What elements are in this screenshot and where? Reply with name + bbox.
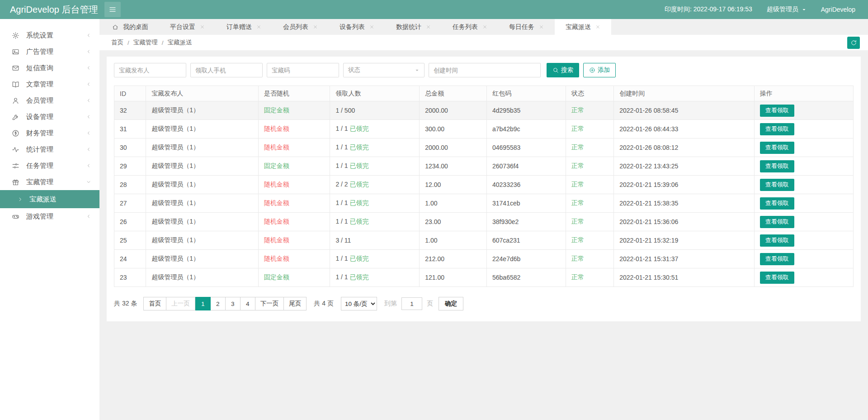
status-select[interactable]: 状态 (343, 63, 425, 77)
cell-created: 2022-01-21 15:38:35 (614, 194, 755, 213)
add-button[interactable]: 添加 (583, 63, 616, 77)
view-claims-button[interactable]: 查看领取 (760, 105, 794, 117)
page-button-2[interactable]: 2 (210, 297, 226, 310)
tab-platform-settings[interactable]: 平台设置 (159, 19, 216, 35)
table-row: 31超级管理员（1）随机金额1 / 1 已领完300.00a7b42b9c正常2… (114, 120, 854, 138)
chevron-left-icon (86, 163, 91, 168)
close-icon[interactable] (482, 24, 487, 29)
close-icon[interactable] (313, 24, 318, 29)
cell-status: 正常 (566, 176, 613, 194)
data-table: ID宝藏发布人是否随机领取人数总金额红包码状态创建时间操作 32超级管理员（1）… (114, 86, 854, 287)
view-claims-button[interactable]: 查看领取 (760, 234, 794, 247)
tab-my-desktop[interactable]: 我的桌面 (101, 19, 159, 35)
sidebar-item-sms-query[interactable]: 短信查询 (0, 60, 99, 76)
refresh-button[interactable] (847, 37, 860, 49)
sidebar-item-label: 统计管理 (26, 145, 53, 154)
cell-id: 27 (114, 194, 146, 213)
view-claims-button[interactable]: 查看领取 (760, 160, 794, 172)
page-button-4[interactable]: 4 (240, 297, 255, 310)
tab-treasure-delivery[interactable]: 宝藏派送 (555, 19, 611, 35)
first-page-button[interactable]: 首页 (143, 297, 166, 310)
view-claims-button[interactable]: 查看领取 (760, 216, 794, 228)
sidebar-item-treasure-management[interactable]: 宝藏管理 (0, 174, 99, 190)
publisher-filter-input[interactable] (114, 63, 186, 77)
page-button-1[interactable]: 1 (195, 297, 211, 310)
sidebar-item-member-management[interactable]: 会员管理 (0, 92, 99, 109)
brand-link[interactable]: AgriDevelop (821, 6, 855, 13)
close-icon[interactable] (595, 24, 600, 29)
chevron-left-icon (86, 81, 91, 87)
sidebar-item-article-management[interactable]: 文章管理 (0, 76, 99, 92)
cell-id: 29 (114, 157, 146, 176)
cell-random: 固定金额 (258, 101, 330, 120)
table-row: 25超级管理员（1）随机金额3 / 111.00607ca231正常2022-0… (114, 231, 854, 250)
image-icon (12, 48, 19, 56)
menu-toggle-button[interactable] (104, 2, 121, 17)
cell-claims: 2 / 2 已领完 (330, 176, 420, 194)
sidebar-item-device-management[interactable]: 设备管理 (0, 109, 99, 125)
goto-page-input[interactable] (401, 297, 422, 310)
activity-icon (12, 146, 19, 153)
created-time-filter-input[interactable] (429, 63, 541, 77)
sidebar-item-finance-management[interactable]: 财务管理 (0, 125, 99, 141)
search-button[interactable]: 搜索 (547, 63, 579, 77)
tab-task-list[interactable]: 任务列表 (442, 19, 498, 35)
breadcrumb-item[interactable]: 首页 (111, 38, 123, 47)
page-button-group: 首页 上一页 1234 下一页 尾页 (143, 297, 307, 310)
dollar-icon (12, 129, 19, 137)
prev-page-button[interactable]: 上一页 (166, 297, 195, 310)
search-icon (552, 67, 559, 73)
confirm-button[interactable]: 确定 (439, 297, 463, 310)
close-icon[interactable] (200, 24, 205, 29)
next-page-button[interactable]: 下一页 (255, 297, 284, 310)
view-claims-button[interactable]: 查看领取 (760, 272, 794, 284)
close-icon[interactable] (369, 24, 374, 29)
breadcrumb-item[interactable]: 宝藏派送 (168, 38, 192, 47)
tab-device-list[interactable]: 设备列表 (329, 19, 385, 35)
cell-id: 23 (114, 268, 146, 287)
sidebar-item-label: 文章管理 (26, 80, 53, 89)
page-size-select[interactable]: 10 条/页 (341, 297, 377, 310)
view-claims-button[interactable]: 查看领取 (760, 253, 794, 265)
tab-order-gift[interactable]: 订单赠送 (216, 19, 272, 35)
sidebar-item-system-settings[interactable]: 系统设置 (0, 27, 99, 43)
table-header-row: ID宝藏发布人是否随机领取人数总金额红包码状态创建时间操作 (114, 86, 854, 101)
column-header: 总金额 (420, 86, 487, 101)
sidebar-item-label: 财务管理 (26, 129, 53, 138)
cell-amount: 12.00 (420, 176, 487, 194)
breadcrumb-bar: 首页/宝藏管理/宝藏派送 (99, 35, 868, 50)
tools-icon (12, 113, 19, 121)
close-icon[interactable] (426, 24, 431, 29)
view-claims-button[interactable]: 查看领取 (760, 142, 794, 154)
sidebar-item-game-management[interactable]: 游戏管理 (0, 208, 99, 224)
close-icon[interactable] (256, 24, 261, 29)
pagination: 共 32 条 首页 上一页 1234 下一页 尾页 共 4 页 10 条/页 到… (114, 297, 854, 310)
topbar-right: 印度时间: 2022-09-17 06:19:53 超级管理员 AgriDeve… (665, 5, 868, 14)
breadcrumb-item[interactable]: 宝藏管理 (133, 38, 158, 47)
sidebar-item-label: 游戏管理 (26, 212, 53, 221)
cell-publisher: 超级管理员（1） (146, 176, 259, 194)
tab-data-stats[interactable]: 数据统计 (385, 19, 442, 35)
tab-member-list[interactable]: 会员列表 (272, 19, 329, 35)
sidebar-item-ad-management[interactable]: 广告管理 (0, 43, 99, 60)
cell-id: 31 (114, 120, 146, 138)
claimer-phone-filter-input[interactable] (190, 63, 263, 77)
page-button-3[interactable]: 3 (225, 297, 241, 310)
cell-random: 随机金额 (258, 120, 330, 138)
view-claims-button[interactable]: 查看领取 (760, 197, 794, 210)
view-claims-button[interactable]: 查看领取 (760, 123, 794, 135)
user-menu[interactable]: 超级管理员 (767, 5, 807, 14)
close-icon[interactable] (539, 24, 544, 29)
cell-code: 31741ceb (487, 194, 566, 213)
sidebar-item-task-management[interactable]: 任务管理 (0, 158, 99, 174)
cell-created: 2022-01-26 08:44:33 (614, 120, 755, 138)
cell-code: 224e7d6b (487, 250, 566, 268)
sidebar-item-stats-management[interactable]: 统计管理 (0, 141, 99, 158)
chevron-left-icon (86, 98, 91, 103)
sidebar-subitem-treasure-delivery[interactable]: 宝藏派送 (0, 190, 99, 208)
home-icon (112, 24, 118, 30)
treasure-code-filter-input[interactable] (267, 63, 339, 77)
view-claims-button[interactable]: 查看领取 (760, 179, 794, 191)
last-page-button[interactable]: 尾页 (283, 297, 307, 310)
tab-daily-task[interactable]: 每日任务 (498, 19, 555, 35)
